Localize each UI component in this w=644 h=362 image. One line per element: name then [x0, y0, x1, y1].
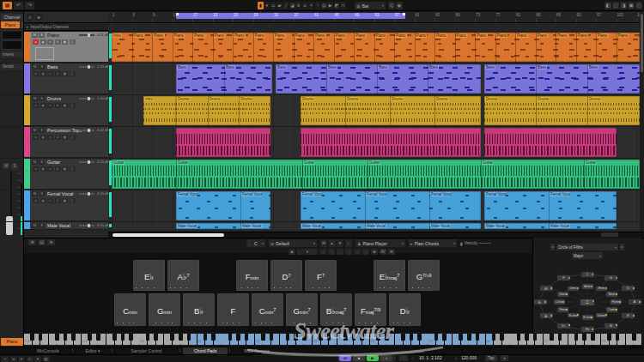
inner-chord-Amin[interactable]: Amin: [582, 284, 593, 289]
instrument-icon[interactable]: ≣: [55, 103, 61, 108]
chord-pad-F7[interactable]: F7: [305, 260, 337, 291]
record-enable-icon[interactable]: ●: [33, 135, 39, 140]
record-enable-icon[interactable]: ●: [33, 198, 39, 203]
pad-down-icon[interactable]: ▾: [337, 239, 343, 247]
outer-chord-F[interactable]: F♯: [581, 327, 594, 332]
inner-chord-Emin[interactable]: E♭min: [582, 315, 593, 320]
mute-button[interactable]: M: [32, 223, 38, 228]
monitor-icon[interactable]: ◉: [40, 39, 46, 45]
voicing-mode-select[interactable]: ▸Plain Chords▾: [409, 239, 457, 247]
channel-inserts-thumb[interactable]: [2, 30, 22, 39]
velocity-control[interactable]: ▮Velocity: [460, 239, 496, 247]
piano-key-black[interactable]: [30, 334, 34, 341]
piano-key-black[interactable]: [170, 334, 174, 341]
piano-key-black[interactable]: [112, 334, 117, 341]
track-header-drums[interactable]: ♪MSDrums-1.60 dB●◉e≣▦◫: [24, 94, 108, 126]
tab-mixconsole[interactable]: MixConsole: [26, 347, 70, 354]
vertical-scrollbar-thumb[interactable]: [641, 14, 643, 72]
tempo-caret-icon[interactable]: ▾: [501, 355, 508, 361]
track-volume-slider[interactable]: [79, 34, 94, 36]
midi-activity-icon[interactable]: ▤: [43, 356, 50, 362]
piano-key-black[interactable]: [500, 334, 504, 341]
prev-voicing-icon[interactable]: ←: [337, 249, 343, 255]
line-tool-icon[interactable]: ╱: [283, 2, 289, 9]
track-header-bass[interactable]: ♪MSBass-1.29 dB●◉e≣▦◫: [24, 63, 108, 94]
track-volume-slider[interactable]: [79, 98, 94, 100]
outer-chord-B[interactable]: B: [605, 323, 617, 329]
outer-chord-D[interactable]: D: [622, 286, 635, 291]
transpose-left-icon[interactable]: ↔: [354, 249, 361, 255]
chord-pad-Gmin[interactable]: Gmin: [149, 293, 180, 326]
zoom-tool-icon[interactable]: ◔: [315, 2, 321, 9]
track-volume-knob[interactable]: [88, 224, 90, 227]
track-volume-slider[interactable]: [79, 193, 94, 195]
freeze-icon[interactable]: ▦: [62, 71, 68, 76]
metronome-toggle-icon[interactable]: ◦: [399, 355, 408, 361]
pad-remote-icon[interactable]: ⊟: [320, 239, 327, 247]
chord-pad-Bmaj7[interactable]: B♭maj7: [320, 293, 352, 326]
instrument-icon[interactable]: ≣: [55, 166, 61, 172]
pads-display-icon[interactable]: ⊞: [28, 239, 36, 245]
piano-key-black[interactable]: [591, 334, 595, 341]
inner-chord-Emin[interactable]: Emin: [596, 287, 607, 292]
outer-chord-E[interactable]: E♭: [534, 299, 547, 305]
solo-button[interactable]: S: [39, 160, 45, 165]
piano-key-black[interactable]: [55, 334, 59, 341]
redo-icon[interactable]: ↷: [25, 2, 34, 9]
track-add-icon[interactable]: ⊕: [35, 14, 42, 21]
freeze-icon[interactable]: ▦: [62, 166, 68, 172]
outer-chord-E[interactable]: E: [622, 313, 635, 318]
inserts-section[interactable]: Inserts: [1, 51, 23, 57]
io-channels-row[interactable]: ▸Input/Output Channels: [24, 23, 108, 31]
tab-midi-remote[interactable]: MIDI Remote: [233, 347, 281, 354]
piano-key-black[interactable]: [417, 334, 422, 341]
track-header-guitar[interactable]: ♪MSGuitar-3.05 dB●◉e≣▦◫: [24, 158, 108, 190]
track-header-femal-vocal[interactable]: ♪MSFemal Vocal-3.05 dB●◉e≣▦◫: [24, 190, 108, 221]
piano-key-black[interactable]: [121, 334, 125, 341]
lane-icon[interactable]: ◫: [70, 135, 76, 140]
transport-position[interactable]: 10. 1. 2.102: [419, 355, 453, 361]
piano-key-black[interactable]: [179, 334, 183, 341]
piano-key-black[interactable]: [533, 334, 538, 341]
split-tool-icon[interactable]: ⋔: [295, 2, 301, 9]
draw-tool-icon[interactable]: ▰: [276, 2, 283, 9]
piano-key-black[interactable]: [616, 334, 620, 341]
mute-button[interactable]: M: [32, 64, 38, 69]
track-header-piano[interactable]: ♪MSPiano-3.11 dB●◉e≣▦◫: [24, 31, 108, 63]
mute-button[interactable]: M: [32, 128, 38, 133]
edit-channel-icon[interactable]: e: [47, 71, 53, 76]
piano-key-black[interactable]: [467, 334, 471, 341]
solo-button[interactable]: S: [39, 64, 45, 69]
track-volume-knob[interactable]: [88, 65, 90, 69]
inner-chord-Fmin[interactable]: F♯min: [611, 299, 622, 305]
pads-stop-icon[interactable]: ■: [289, 249, 295, 255]
channel-fader-cap[interactable]: [6, 216, 13, 235]
channel-track-name[interactable]: Piano: [1, 21, 20, 28]
color-tool-icon[interactable]: ◩: [334, 2, 340, 9]
transpose-right-icon[interactable]: ↕: [362, 249, 369, 255]
piano-key-black[interactable]: [261, 334, 265, 341]
pad-output-icon[interactable]: ♪: [345, 239, 352, 247]
zoom-slider[interactable]: [601, 232, 618, 237]
tab-editor[interactable]: Editor ▾: [76, 347, 110, 354]
piano-key-black[interactable]: [245, 334, 249, 341]
inner-chord-Gmin[interactable]: Gmin: [557, 292, 568, 297]
track-volume-knob[interactable]: [88, 160, 90, 164]
grid-type-select[interactable]: ▦Bar▾: [355, 2, 386, 9]
solo-button[interactable]: S: [39, 33, 45, 38]
inner-chord-Cmin[interactable]: Cmin: [554, 299, 565, 305]
piano-key-black[interactable]: [476, 334, 480, 341]
chord-pad-B[interactable]: B♭: [183, 293, 215, 326]
inner-chord-Dmin[interactable]: Dmin: [568, 287, 579, 292]
zone-setup-icon[interactable]: ▣: [628, 2, 635, 9]
outer-chord-D[interactable]: D♭: [557, 323, 570, 329]
mute-button[interactable]: M: [32, 33, 38, 38]
piano-key-black[interactable]: [352, 334, 356, 341]
chord-pad-Cmin[interactable]: Cmin: [114, 293, 146, 326]
assistant-mode-select[interactable]: Circle of Fifths▾: [556, 244, 618, 250]
velocity-slider[interactable]: [479, 243, 491, 244]
tool-caret-icon[interactable]: ▾: [264, 2, 270, 9]
piano-key-black[interactable]: [236, 334, 240, 341]
lock-icon[interactable]: ◈: [371, 249, 378, 255]
piano-key-black[interactable]: [286, 334, 290, 341]
